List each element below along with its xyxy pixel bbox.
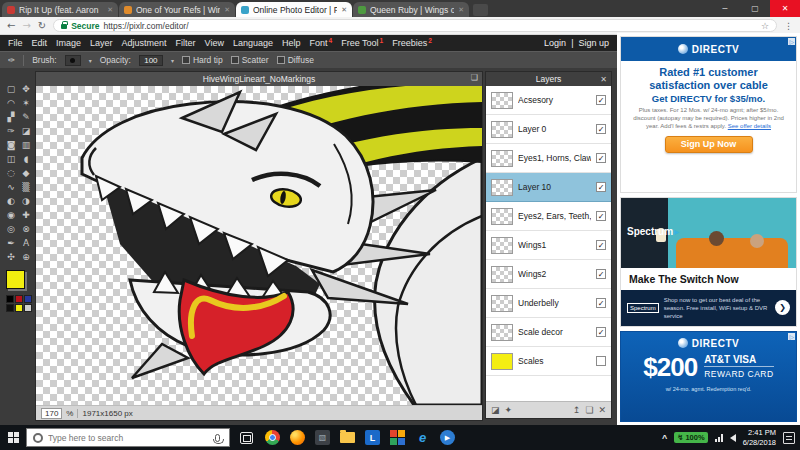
window-maximize-icon[interactable]: ▢ [740, 0, 770, 17]
tab-close-icon[interactable]: ✕ [458, 6, 464, 14]
layer-row-layer-0[interactable]: Layer 0 ✓ [486, 115, 611, 144]
layer-visibility-checkbox[interactable]: ✓ [596, 298, 606, 308]
tool-red-eye[interactable]: ◉ [4, 208, 18, 222]
hard-tip-option[interactable]: Hard tip [182, 55, 223, 65]
tool-crop[interactable]: ▞ [4, 110, 18, 124]
layer-visibility-checkbox[interactable]: ✓ [596, 240, 606, 250]
menu-language[interactable]: Language [233, 38, 273, 48]
menu-edit[interactable]: Edit [32, 38, 48, 48]
tool-sharpen[interactable]: ◆ [19, 166, 33, 180]
directv-top-ad[interactable]: ▷ DIRECTV Rated #1 customer satisfaction… [620, 36, 797, 193]
window-minimize-icon[interactable]: ─ [710, 0, 740, 17]
layer-visibility-checkbox[interactable]: ✓ [596, 153, 606, 163]
hard-tip-checkbox[interactable] [182, 56, 190, 64]
layer-visibility-checkbox[interactable]: ✓ [596, 95, 606, 105]
tool-blur[interactable]: ◌ [4, 166, 18, 180]
action-center-icon[interactable] [783, 432, 795, 444]
menu-freebies[interactable]: Freebies2 [392, 38, 432, 48]
canvas-drawing-area[interactable] [36, 86, 482, 405]
start-button[interactable] [0, 425, 26, 450]
tool-bucket[interactable]: ◙ [4, 138, 18, 152]
menu-free-tool[interactable]: Free Tool1 [341, 38, 383, 48]
tool-dodge[interactable]: ◐ [4, 194, 18, 208]
chevron-down-icon[interactable]: ▾ [171, 57, 174, 64]
forward-icon[interactable]: → [22, 21, 30, 31]
layer-row-acsesory[interactable]: Acsesory ✓ [486, 86, 611, 115]
microphone-icon[interactable] [215, 434, 220, 442]
directv-bottom-ad[interactable]: ▷ DIRECTV $200 AT&T VISA REWARD CARD w/ … [620, 331, 797, 422]
layer-mask-icon[interactable]: ◪ [491, 405, 500, 415]
menu-image[interactable]: Image [56, 38, 81, 48]
layer-visibility-checkbox[interactable]: ✓ [596, 211, 606, 221]
browser-tab-3-active[interactable]: Online Photo Editor | Pixl ✕ [236, 2, 352, 17]
window-close-icon[interactable]: ✕ [770, 0, 800, 17]
tab-close-icon[interactable]: ✕ [341, 6, 347, 14]
tool-smudge[interactable]: ∿ [4, 180, 18, 194]
search-input[interactable] [48, 433, 210, 443]
layer-visibility-checkbox[interactable] [596, 356, 606, 366]
edge-icon[interactable]: e [415, 430, 430, 445]
primary-color-swatch[interactable] [6, 270, 25, 289]
layer-visibility-checkbox[interactable]: ✓ [596, 269, 606, 279]
speaker-icon[interactable] [730, 434, 736, 442]
arrow-right-icon[interactable]: ❯ [775, 300, 790, 315]
delete-layer-icon[interactable]: ✕ [598, 405, 606, 415]
tool-zoom[interactable]: ⊕ [19, 250, 33, 264]
tool-move[interactable]: ✥ [19, 82, 33, 96]
menu-filter[interactable]: Filter [176, 38, 196, 48]
palette-swatch[interactable] [15, 295, 23, 303]
tool-color-picker[interactable]: ✒ [4, 236, 18, 250]
tool-pinch[interactable]: ⊗ [19, 222, 33, 236]
layer-row-layer-10-selected[interactable]: Layer 10 ✓ [486, 173, 611, 202]
color-grid-app-icon[interactable] [390, 430, 405, 445]
back-icon[interactable]: ← [7, 21, 15, 31]
bookmark-star-icon[interactable]: ☆ [761, 21, 769, 31]
menu-help[interactable]: Help [282, 38, 301, 48]
tool-spot-heal[interactable]: ✚ [19, 208, 33, 222]
signup-link[interactable]: Sign up [578, 38, 609, 48]
layer-styles-icon[interactable]: ✦ [505, 405, 513, 415]
login-link[interactable]: Login [544, 38, 566, 48]
taskbar-search[interactable] [26, 428, 230, 447]
firefox-icon[interactable] [290, 430, 305, 445]
diffuse-option[interactable]: Diffuse [277, 55, 314, 65]
palette-swatch[interactable] [24, 295, 32, 303]
browser-menu-icon[interactable]: ⋮ [784, 21, 793, 31]
canvas-dock-icon[interactable]: ❏ [471, 73, 478, 82]
network-icon[interactable] [715, 434, 723, 442]
taskbar-clock[interactable]: 2:41 PM 6/28/2018 [743, 428, 776, 448]
palette-swatch[interactable] [15, 304, 23, 312]
scatter-checkbox[interactable] [231, 56, 239, 64]
brush-preset-picker[interactable] [65, 55, 81, 66]
tool-color-replace[interactable]: ◖ [19, 152, 33, 166]
adchoices-icon[interactable]: ▷ [788, 38, 795, 45]
see-offer-details-link[interactable]: See offer details [728, 123, 771, 129]
menu-adjustment[interactable]: Adjustment [122, 38, 167, 48]
chrome-icon[interactable] [265, 430, 280, 445]
tool-brush[interactable]: ✑ [4, 124, 18, 138]
layer-row-wings1[interactable]: Wings1 ✓ [486, 231, 611, 260]
url-omnibox[interactable]: Secure https://pixlr.com/editor/ ☆ [53, 19, 777, 32]
layer-row-scale-decor[interactable]: Scale decor ✓ [486, 318, 611, 347]
tool-lasso[interactable]: ◠ [4, 96, 18, 110]
tool-marquee[interactable]: ▢ [4, 82, 18, 96]
tab-close-icon[interactable]: ✕ [107, 6, 113, 14]
layer-visibility-checkbox[interactable]: ✓ [596, 124, 606, 134]
layer-row-eyes2[interactable]: Eyes2, Ears, Teeth, Horn ✓ [486, 202, 611, 231]
menu-view[interactable]: View [205, 38, 224, 48]
battery-status[interactable]: ↯ 100% [674, 432, 707, 443]
tool-eraser[interactable]: ◪ [19, 124, 33, 138]
zoom-input[interactable]: 170 [41, 408, 62, 419]
menu-layer[interactable]: Layer [90, 38, 113, 48]
chevron-down-icon[interactable]: ▾ [89, 57, 92, 64]
menu-font[interactable]: Font4 [310, 38, 333, 48]
tab-close-icon[interactable]: ✕ [224, 6, 230, 14]
media-app-icon[interactable]: ▶ [440, 430, 455, 445]
tool-gradient[interactable]: ▥ [19, 138, 33, 152]
file-explorer-icon[interactable] [340, 432, 355, 443]
adchoices-icon[interactable]: ▷ [788, 333, 795, 340]
layers-panel-header[interactable]: Layers ✕ [486, 72, 611, 86]
scatter-option[interactable]: Scatter [231, 55, 269, 65]
layer-row-wings2[interactable]: Wings2 ✓ [486, 260, 611, 289]
palette-swatch[interactable] [6, 304, 14, 312]
